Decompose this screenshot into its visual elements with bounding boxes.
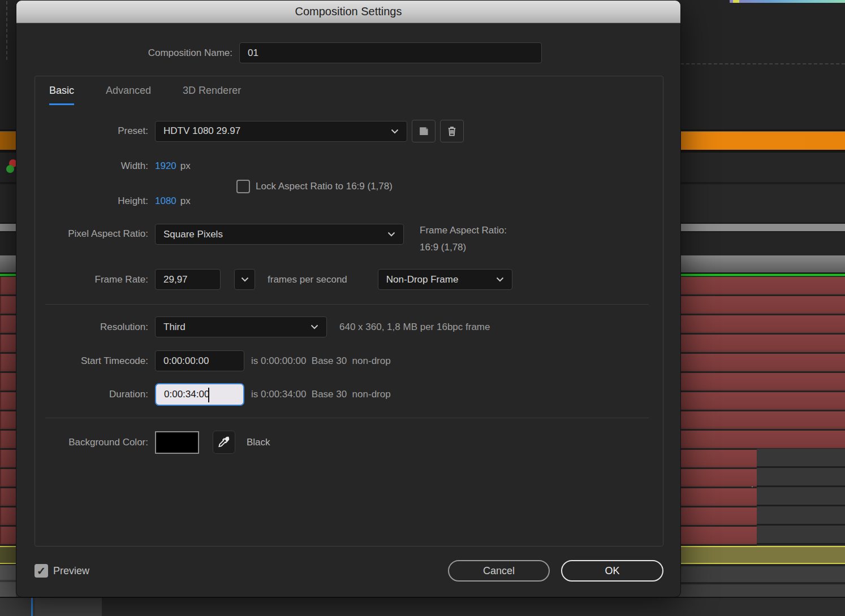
frame-rate-label: Frame Rate: — [35, 274, 148, 285]
timeline-dashed-divider — [680, 63, 845, 64]
preset-row: Preset: HDTV 1080 29.97 — [35, 120, 663, 142]
after-effects-screen: 20s 22s Composition Settings Composition… — [0, 0, 845, 616]
height-unit: px — [180, 196, 191, 207]
frame-rate-row: Frame Rate: 29,97 frames per second Non-… — [35, 269, 663, 290]
timeline-bottom-strip — [0, 597, 845, 616]
duration-input[interactable]: 0:00:34:00 — [155, 383, 244, 406]
lock-aspect-label: Lock Aspect Ratio to 16:9 (1,78) — [256, 181, 393, 192]
chevron-down-icon — [496, 277, 504, 282]
timeline-layer-color-strip — [730, 0, 845, 3]
dialog-footer: ✓ Preview Cancel OK — [35, 560, 663, 582]
start-timecode-label: Start Timecode: — [35, 355, 148, 367]
tab-3d-renderer[interactable]: 3D Renderer — [183, 85, 241, 105]
resolution-row: Resolution: Third 640 x 360, 1,8 MB per … — [35, 316, 663, 337]
duration-label: Duration: — [35, 389, 148, 400]
eyedropper-button[interactable] — [213, 431, 235, 454]
timeline-row-gray-left — [0, 582, 16, 597]
preview-toggle[interactable]: ✓ Preview — [35, 564, 89, 578]
height-value[interactable]: 1080 — [155, 196, 176, 207]
playhead-line — [31, 598, 33, 616]
check-icon: ✓ — [37, 565, 46, 578]
save-preset-icon — [417, 125, 430, 137]
start-timecode-input[interactable]: 0:00:00:00 — [155, 350, 244, 371]
save-preset-button[interactable] — [412, 120, 436, 142]
resolution-info: 640 x 360, 1,8 MB per 16bpc frame — [339, 322, 490, 333]
start-timecode-info: is 0:00:00:00 Base 30 non-drop — [251, 355, 391, 367]
trash-icon — [446, 125, 458, 137]
width-value[interactable]: 1920 — [155, 160, 176, 172]
ok-button[interactable]: OK — [561, 560, 663, 582]
background-color-row: Background Color: Black — [35, 431, 663, 454]
preview-label: Preview — [53, 565, 89, 577]
height-label: Height: — [35, 196, 148, 207]
frame-aspect-label: Frame Aspect Ratio: — [420, 225, 507, 236]
width-label: Width: — [35, 160, 148, 172]
pixel-aspect-dropdown[interactable]: Square Pixels — [155, 224, 404, 245]
dialog-titlebar[interactable]: Composition Settings — [16, 1, 680, 23]
delete-preset-button[interactable] — [440, 120, 464, 142]
timeline-row-gray-left — [0, 565, 16, 580]
frames-per-second-label: frames per second — [268, 274, 347, 285]
pixel-aspect-row: Pixel Aspect Ratio: Square Pixels Frame … — [35, 224, 663, 253]
frame-rate-dropdown-button[interactable] — [234, 269, 255, 290]
frame-aspect-value: 16:9 (1,78) — [420, 242, 507, 253]
eyedropper-icon — [217, 436, 231, 449]
timeline-empty-track-area — [757, 449, 845, 546]
chevron-down-icon — [391, 129, 399, 134]
preset-dropdown[interactable]: HDTV 1080 29.97 — [155, 121, 407, 142]
chevron-down-icon — [311, 324, 318, 329]
lock-aspect-checkbox[interactable] — [236, 180, 250, 193]
section-divider — [45, 304, 649, 305]
background-color-label: Background Color: — [35, 437, 148, 448]
preview-checkbox[interactable]: ✓ — [35, 564, 48, 578]
chevron-down-icon — [387, 232, 395, 237]
composition-name-row: Composition Name: 01 — [16, 42, 680, 63]
lock-aspect-row: Lock Aspect Ratio to 16:9 (1,78) — [35, 179, 663, 194]
background-color-swatch[interactable] — [155, 431, 199, 454]
preset-label: Preset: — [35, 125, 148, 137]
section-divider — [45, 418, 649, 418]
tab-basic[interactable]: Basic — [49, 85, 74, 105]
background-color-name: Black — [247, 437, 270, 448]
label-dot-green-icon — [6, 165, 14, 173]
dialog-title: Composition Settings — [295, 5, 402, 18]
panel-dashed-border — [6, 1, 7, 60]
resolution-label: Resolution: — [35, 322, 148, 333]
frame-rate-input[interactable]: 29,97 — [155, 269, 221, 290]
composition-name-input[interactable]: 01 — [239, 42, 542, 63]
frame-aspect-block: Frame Aspect Ratio: 16:9 (1,78) — [420, 225, 514, 253]
tab-advanced[interactable]: Advanced — [106, 85, 151, 105]
chevron-down-icon — [241, 277, 249, 282]
width-unit: px — [180, 160, 191, 172]
composition-settings-dialog: Composition Settings Composition Name: 0… — [16, 0, 681, 597]
duration-row: Duration: 0:00:34:00 is 0:00:34:00 Base … — [35, 383, 663, 406]
width-row: Width: 1920 px — [35, 158, 663, 174]
timeline-layer-yellow-segment — [733, 0, 739, 3]
text-cursor — [208, 388, 209, 402]
cancel-button[interactable]: Cancel — [448, 560, 550, 582]
height-row: Height: 1080 px — [35, 193, 663, 209]
drop-frame-dropdown[interactable]: Non-Drop Frame — [378, 269, 512, 290]
tab-bar: Basic Advanced 3D Renderer — [49, 85, 241, 105]
timeline-bottom-panel — [35, 598, 102, 616]
timeline-bottom-panel — [0, 598, 35, 616]
resolution-dropdown[interactable]: Third — [155, 316, 327, 337]
start-timecode-row: Start Timecode: 0:00:00:00 is 0:00:00:00… — [35, 350, 663, 371]
settings-panel: Basic Advanced 3D Renderer Preset: HDTV … — [35, 76, 663, 546]
composition-name-label: Composition Name: — [16, 47, 232, 59]
duration-info: is 0:00:34:00 Base 30 non-drop — [251, 389, 391, 400]
pixel-aspect-label: Pixel Aspect Ratio: — [35, 228, 148, 240]
